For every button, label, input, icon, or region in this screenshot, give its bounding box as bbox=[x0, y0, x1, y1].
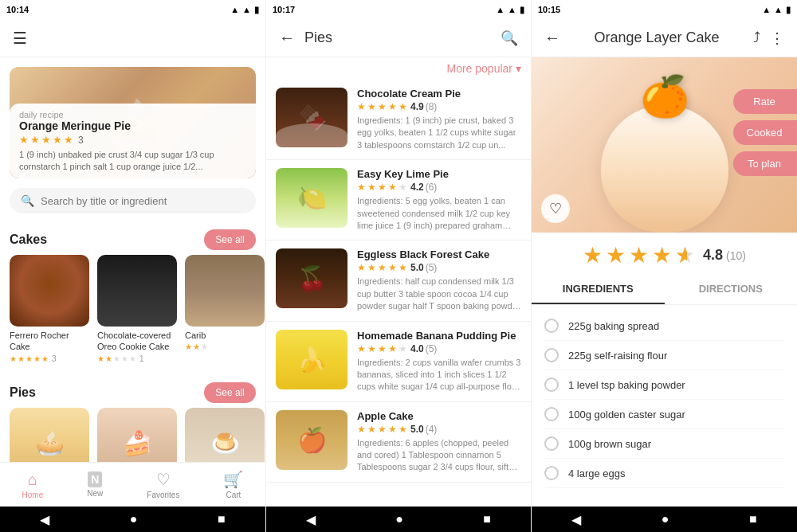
mid-nav-bar: ◀ ● ■ bbox=[266, 507, 531, 532]
lime-desc: Ingredients: 5 egg yolks, beaten 1 can s… bbox=[357, 195, 521, 232]
home-nav-icon[interactable]: ● bbox=[662, 512, 669, 526]
bf-stars: ★★★★★ 5.0 (5) bbox=[357, 262, 521, 273]
ingredient-text-6: 4 large eggs bbox=[568, 467, 626, 479]
ingredient-radio-5[interactable] bbox=[544, 436, 559, 451]
list-item[interactable]: 🍎 Apple Cake ★★★★★ 5.0 (4) Ingredients: … bbox=[266, 402, 531, 483]
tab-directions[interactable]: DIRECTIONS bbox=[665, 275, 798, 304]
signal-icon: ▲ bbox=[242, 5, 251, 14]
ingredient-text-4: 100g golden caster sugar bbox=[568, 409, 685, 421]
recipe-name-apple: Apple Cake bbox=[357, 410, 521, 422]
recents-nav-icon[interactable]: ■ bbox=[218, 512, 226, 526]
search-input[interactable] bbox=[41, 195, 245, 207]
nav-new[interactable]: N New bbox=[87, 471, 103, 498]
bottom-navigation: ⌂ Home N New ♡ Favorites 🛒 Cart bbox=[0, 462, 265, 507]
big-star-1: ★ bbox=[583, 242, 603, 268]
back-nav-icon[interactable]: ◀ bbox=[306, 512, 316, 527]
share-icon[interactable]: ⤴ bbox=[753, 29, 760, 46]
cake-name-carib: Carib bbox=[185, 330, 233, 341]
ingredient-radio-4[interactable] bbox=[544, 407, 559, 421]
star-5: ★ bbox=[64, 134, 73, 146]
list-item[interactable]: Ferrero Rocher Cake ★★★★★ 3 bbox=[10, 255, 89, 363]
filter-row: More popular ▾ bbox=[266, 57, 531, 80]
star-1: ★ bbox=[19, 134, 29, 146]
wifi-icon: ▲ bbox=[762, 5, 771, 14]
cakes-see-all-button[interactable]: See all bbox=[204, 229, 256, 250]
tab-ingredients[interactable]: INGREDIENTS bbox=[532, 275, 665, 304]
right-header: ← Orange Layer Cake ⤴ ⋮ bbox=[532, 19, 797, 57]
list-item[interactable]: 🍮 bbox=[185, 408, 265, 462]
list-item[interactable]: Carib ★★★ bbox=[185, 255, 233, 363]
star-4: ★ bbox=[53, 134, 62, 146]
ingredient-text-1: 225g baking spread bbox=[568, 320, 659, 332]
ingredient-radio-6[interactable] bbox=[544, 466, 559, 480]
right-title: Orange Layer Cake bbox=[594, 29, 719, 45]
recipe-thumb-choc: 🍫 bbox=[276, 88, 347, 147]
ferrero-stars: ★★★★★ 3 bbox=[10, 354, 89, 363]
pie3-visual: 🍮 bbox=[185, 408, 265, 462]
filter-label[interactable]: More popular bbox=[447, 62, 513, 75]
pies-section-header: Pies See all bbox=[0, 373, 265, 408]
nav-favorites[interactable]: ♡ Favorites bbox=[147, 470, 179, 499]
home-nav-icon[interactable]: ● bbox=[395, 512, 403, 526]
recents-nav-icon[interactable]: ■ bbox=[483, 512, 491, 526]
list-item[interactable]: 🍫 Chocolate Cream Pie ★★★★★ 4.9 (8) Ingr… bbox=[266, 80, 531, 160]
orange-decoration: 🍊 bbox=[640, 73, 689, 119]
list-item[interactable]: 🍰 bbox=[97, 408, 177, 462]
rate-button[interactable]: Rate bbox=[733, 89, 797, 114]
chevron-down-icon[interactable]: ▾ bbox=[516, 62, 521, 75]
mid-time: 10:17 bbox=[273, 5, 295, 14]
pies-title: Pies bbox=[10, 385, 36, 400]
list-item[interactable]: 🥧 bbox=[10, 408, 89, 462]
recipe-thumb-lime: 🍋 bbox=[276, 168, 347, 228]
left-status-bar: 10:14 ▲ ▲ ▮ bbox=[0, 0, 265, 19]
back-nav-icon[interactable]: ◀ bbox=[40, 512, 49, 527]
to-plan-button[interactable]: To plan bbox=[733, 151, 797, 176]
right-status-icons: ▲ ▲ ▮ bbox=[762, 5, 791, 15]
back-button[interactable]: ← bbox=[544, 29, 560, 47]
pie2-visual: 🍰 bbox=[97, 408, 177, 462]
recipe-info-bf: Eggless Black Forest Cake ★★★★★ 5.0 (5) … bbox=[357, 248, 521, 312]
pies-see-all-button[interactable]: See all bbox=[204, 382, 256, 403]
favorite-button[interactable]: ♡ bbox=[541, 194, 570, 223]
list-item[interactable]: Chocolate-covered Oreo Cookie Cake ★★★★★… bbox=[97, 255, 177, 363]
cake-image-carib bbox=[185, 255, 265, 327]
ingredient-radio-1[interactable] bbox=[544, 319, 559, 333]
recents-nav-icon[interactable]: ■ bbox=[749, 512, 757, 526]
right-time: 10:15 bbox=[538, 5, 560, 14]
cooked-button[interactable]: Cooked bbox=[733, 120, 797, 145]
left-status-icons: ▲ ▲ ▮ bbox=[230, 5, 259, 15]
signal-icon: ▲ bbox=[508, 5, 516, 14]
big-star-5-half: ★★ bbox=[675, 242, 695, 268]
ingredient-radio-2[interactable] bbox=[544, 348, 559, 362]
list-item[interactable]: 🍒 Eggless Black Forest Cake ★★★★★ 5.0 (5… bbox=[266, 241, 531, 321]
rating-count: (10) bbox=[726, 249, 746, 262]
apple-visual: 🍎 bbox=[276, 410, 347, 470]
more-icon[interactable]: ⋮ bbox=[770, 29, 784, 47]
apple-stars: ★★★★★ 5.0 (4) bbox=[357, 424, 521, 435]
back-button[interactable]: ← bbox=[279, 29, 295, 47]
nav-home[interactable]: ⌂ Home bbox=[22, 471, 44, 499]
daily-star-count: 3 bbox=[78, 135, 84, 146]
oreo-stars: ★★★★★ 1 bbox=[97, 354, 177, 363]
list-item: 225g baking spread bbox=[544, 311, 784, 341]
star-3: ★ bbox=[41, 134, 51, 146]
daily-recipe-card[interactable]: 🥧 daily recipe Orange Meringue Pie ★ ★ ★… bbox=[10, 67, 256, 178]
banana-visual: 🍌 bbox=[276, 330, 347, 389]
search-bar[interactable]: 🔍 bbox=[10, 188, 256, 213]
list-item[interactable]: 🍌 Homemade Banana Pudding Pie ★★★★★ 4.0 … bbox=[266, 322, 531, 402]
back-nav-icon[interactable]: ◀ bbox=[571, 512, 581, 527]
daily-label: daily recipe bbox=[19, 110, 246, 119]
battery-icon: ▮ bbox=[254, 5, 259, 15]
nav-cart[interactable]: 🛒 Cart bbox=[223, 470, 243, 499]
choc-desc: Ingredients: 1 (9 inch) pie crust, baked… bbox=[357, 115, 521, 151]
search-button[interactable]: 🔍 bbox=[501, 29, 518, 47]
recipe-name-lime: Easy Key Lime Pie bbox=[357, 168, 521, 180]
mid-header: ← Pies 🔍 bbox=[266, 19, 531, 57]
right-nav-bar: ◀ ● ■ bbox=[532, 507, 797, 532]
home-nav-icon[interactable]: ● bbox=[130, 512, 138, 526]
hamburger-icon[interactable]: ☰ bbox=[13, 29, 27, 48]
ingredient-radio-3[interactable] bbox=[544, 377, 559, 392]
star-2: ★ bbox=[30, 134, 40, 146]
list-item[interactable]: 🍋 Easy Key Lime Pie ★★★★★ 4.2 (6) Ingred… bbox=[266, 160, 531, 241]
list-item: 225g self-raising flour bbox=[544, 341, 784, 370]
